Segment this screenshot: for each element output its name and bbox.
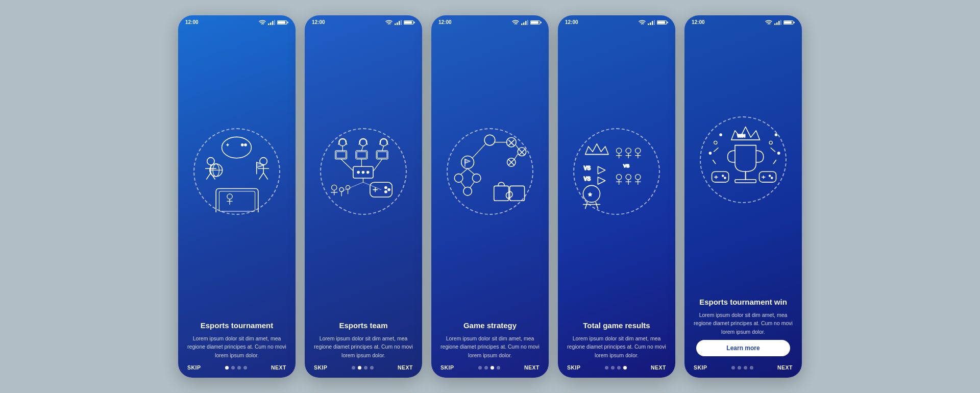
svg-rect-36 (399, 21, 400, 25)
svg-point-72 (332, 185, 337, 190)
svg-text:WIN: WIN (737, 134, 745, 138)
svg-line-80 (363, 183, 381, 190)
screen-body-5: Lorem ipsum dolor sit dim amet, mea regi… (694, 311, 793, 336)
status-bar-3: 12:00 (431, 15, 549, 27)
screen-title-4: Total game results (567, 321, 666, 331)
svg-line-180 (713, 160, 716, 164)
dot-4-2 (611, 366, 615, 370)
battery-icon-3 (530, 20, 542, 25)
dashed-circle-3 (447, 128, 533, 215)
svg-rect-5 (278, 21, 285, 23)
next-btn-4[interactable]: NEXT (651, 364, 666, 371)
svg-rect-3 (274, 20, 275, 25)
svg-line-81 (341, 183, 363, 192)
svg-line-106 (461, 169, 468, 175)
phone-screen-4: 12:00 VS VS (558, 15, 675, 378)
esports-tournament-illustration (196, 131, 278, 212)
svg-point-167 (722, 175, 724, 177)
bottom-nav-5: SKIP NEXT (684, 359, 802, 378)
svg-point-7 (222, 137, 252, 158)
status-icons-4 (639, 20, 668, 25)
text-area-2: Esports team Lorem ipsum dolor sit dim a… (305, 316, 422, 359)
svg-point-61 (362, 171, 364, 174)
svg-point-175 (720, 134, 722, 136)
svg-rect-154 (778, 21, 780, 25)
skip-btn-2[interactable]: SKIP (314, 364, 328, 371)
svg-line-101 (514, 155, 518, 159)
dot-2-4 (370, 366, 374, 370)
status-icons-3 (512, 20, 542, 25)
svg-point-105 (463, 187, 472, 196)
svg-point-10 (241, 144, 243, 146)
dot-2-1 (352, 366, 355, 370)
svg-point-103 (454, 174, 463, 183)
text-area-4: Total game results Lorem ipsum dolor sit… (558, 316, 675, 359)
svg-point-11 (244, 144, 247, 146)
status-icons-1 (259, 20, 288, 25)
status-bar-5: 12:00 (684, 15, 802, 27)
phone-screen-2: 12:00 (305, 15, 422, 378)
next-btn-5[interactable]: NEXT (777, 364, 793, 371)
next-btn-1[interactable]: NEXT (271, 364, 286, 371)
svg-line-24 (263, 173, 267, 179)
bottom-nav-4: SKIP NEXT (558, 359, 675, 378)
esports-team-illustration (323, 131, 404, 212)
status-time-1: 12:00 (185, 19, 199, 25)
svg-point-62 (367, 171, 369, 174)
illustration-area-4: VS VS VS (558, 27, 675, 316)
svg-point-60 (357, 171, 359, 174)
svg-marker-126 (598, 167, 605, 174)
next-btn-3[interactable]: NEXT (524, 364, 540, 371)
svg-point-141 (626, 175, 631, 180)
dots-3 (478, 366, 500, 370)
battery-icon-4 (657, 20, 668, 25)
svg-rect-87 (531, 21, 538, 23)
dot-3-2 (484, 366, 488, 370)
svg-point-177 (769, 141, 772, 144)
svg-line-109 (470, 182, 474, 187)
dot-4-1 (605, 366, 608, 370)
svg-rect-55 (377, 152, 387, 158)
dots-5 (731, 366, 753, 370)
svg-point-104 (472, 174, 481, 183)
skip-btn-1[interactable]: SKIP (187, 364, 201, 371)
skip-btn-5[interactable]: SKIP (694, 364, 707, 371)
text-area-1: Esports tournament Lorem ipsum dolor sit… (178, 316, 296, 359)
svg-rect-2 (272, 21, 274, 25)
dot-1-2 (231, 366, 235, 370)
svg-text:★: ★ (588, 192, 592, 197)
svg-point-71 (385, 191, 387, 193)
svg-line-107 (468, 169, 474, 175)
svg-line-23 (259, 173, 263, 179)
bottom-nav-3: SKIP NEXT (431, 359, 549, 378)
svg-rect-121 (667, 21, 668, 23)
svg-line-150 (596, 203, 598, 209)
text-area-3: Game strategy Lorem ipsum dolor sit dim … (431, 316, 549, 359)
dots-4 (605, 366, 627, 370)
svg-rect-83 (523, 22, 525, 25)
signal-icon-4 (648, 20, 655, 25)
screen-body-4: Lorem ipsum dolor sit dim amet, mea regi… (567, 334, 666, 359)
skip-btn-4[interactable]: SKIP (567, 364, 581, 371)
svg-line-58 (382, 146, 384, 151)
svg-point-29 (227, 194, 232, 199)
svg-rect-153 (776, 22, 778, 25)
phone-screen-1: 12:00 (178, 15, 296, 378)
phone-screen-3: 12:00 (431, 15, 549, 378)
svg-rect-158 (794, 21, 795, 23)
learn-more-button[interactable]: Learn more (696, 340, 790, 356)
dot-5-2 (738, 366, 741, 370)
skip-btn-3[interactable]: SKIP (440, 364, 454, 371)
svg-line-183 (771, 148, 775, 152)
svg-line-182 (714, 148, 718, 152)
svg-line-100 (516, 145, 519, 149)
svg-rect-155 (780, 20, 781, 25)
status-time-3: 12:00 (438, 19, 452, 25)
svg-rect-152 (774, 23, 776, 25)
dots-2 (352, 366, 374, 370)
svg-rect-35 (397, 22, 398, 25)
dot-1-4 (243, 366, 247, 370)
dashed-circle-2 (320, 128, 407, 215)
next-btn-2[interactable]: NEXT (398, 364, 413, 371)
status-bar-4: 12:00 (558, 15, 675, 27)
